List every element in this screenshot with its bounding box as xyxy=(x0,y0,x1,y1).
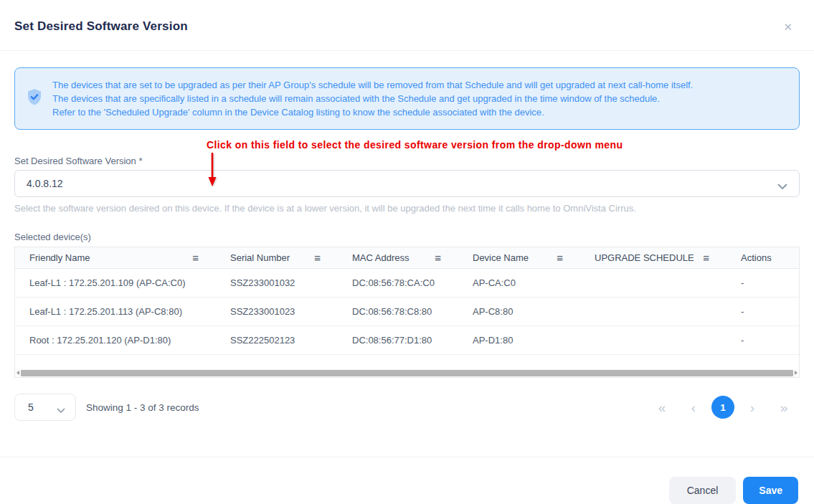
info-banner-text: The devices that are set to be upgraded … xyxy=(52,78,693,119)
table-header-row: Friendly Name ≡ Serial Number ≡ MAC Addr… xyxy=(15,247,799,269)
cell-device-name: AP-C8:80 xyxy=(458,306,580,317)
first-page-icon[interactable]: « xyxy=(646,401,678,414)
current-page-button[interactable]: 1 xyxy=(711,396,734,419)
cell-serial-number: SSZ233001023 xyxy=(216,306,338,317)
column-header-serial-number[interactable]: Serial Number ≡ xyxy=(216,247,338,268)
column-label: UPGRADE SCHEDULE xyxy=(595,252,694,263)
cell-mac-address: DC:08:56:78:CA:C0 xyxy=(338,277,458,288)
shield-check-icon xyxy=(27,88,42,109)
records-summary: Showing 1 - 3 of 3 records xyxy=(86,402,199,413)
pagination-bar: 5 Showing 1 - 3 of 3 records « ‹ 1 › » xyxy=(14,394,800,421)
software-version-select[interactable]: 4.0.8.12 xyxy=(14,170,800,197)
cell-friendly-name: Leaf-L1 : 172.25.201.109 (AP-CA:C0) xyxy=(15,277,216,288)
next-page-icon[interactable]: › xyxy=(737,401,768,414)
cell-friendly-name: Root : 172.25.201.120 (AP-D1:80) xyxy=(15,335,216,346)
modal-header: Set Desired Software Version ✕ xyxy=(0,0,814,51)
column-header-friendly-name[interactable]: Friendly Name ≡ xyxy=(15,247,216,268)
horizontal-scrollbar[interactable] xyxy=(15,369,799,377)
column-header-actions: Actions xyxy=(727,247,799,268)
cell-mac-address: DC:08:56:77:D1:80 xyxy=(338,335,458,346)
chevron-down-icon xyxy=(777,180,787,193)
column-header-device-name[interactable]: Device Name ≡ xyxy=(458,247,580,268)
last-page-icon[interactable]: » xyxy=(768,401,800,414)
info-line-2: The devices that are specifically listed… xyxy=(52,92,693,105)
selected-devices-label: Selected device(s) xyxy=(14,232,800,242)
cell-mac-address: DC:08:56:78:C8:80 xyxy=(338,306,458,317)
column-label: Serial Number xyxy=(230,252,290,263)
set-desired-software-version-modal: Set Desired Software Version ✕ The devic… xyxy=(0,0,814,504)
cell-friendly-name: Leaf-L1 : 172.25.201.113 (AP-C8:80) xyxy=(15,306,216,317)
annotation-arrow-icon xyxy=(207,153,217,189)
column-label: Friendly Name xyxy=(29,252,90,263)
close-icon[interactable]: ✕ xyxy=(783,22,792,32)
pager-controls: « ‹ 1 › » xyxy=(646,396,800,419)
cell-device-name: AP-D1:80 xyxy=(458,335,580,346)
column-label: Actions xyxy=(741,252,772,263)
column-header-upgrade-schedule[interactable]: UPGRADE SCHEDULE ≡ xyxy=(580,247,727,268)
version-field-label: Set Desired Software Version * xyxy=(14,156,800,166)
save-button[interactable]: Save xyxy=(743,477,798,504)
modal-footer: Cancel Save xyxy=(0,457,814,504)
page-size-value: 5 xyxy=(28,401,34,413)
prev-page-icon[interactable]: ‹ xyxy=(678,401,709,414)
column-menu-icon[interactable]: ≡ xyxy=(192,252,199,263)
cell-actions: - xyxy=(727,335,799,346)
table-row: Leaf-L1 : 172.25.201.109 (AP-CA:C0) SSZ2… xyxy=(15,269,799,298)
version-field-section: Click on this field to select the desire… xyxy=(14,139,800,214)
cell-serial-number: SSZ233001032 xyxy=(216,277,338,288)
table-row: Root : 172.25.201.120 (AP-D1:80) SSZ2225… xyxy=(15,326,799,355)
column-menu-icon[interactable]: ≡ xyxy=(314,252,321,263)
cell-actions: - xyxy=(727,277,799,288)
cell-serial-number: SSZ222502123 xyxy=(216,335,338,346)
table-empty-space xyxy=(15,355,799,369)
column-label: Device Name xyxy=(473,252,529,263)
column-menu-icon[interactable]: ≡ xyxy=(435,252,441,263)
annotation-text: Click on this field to select the desire… xyxy=(207,139,800,151)
cancel-button[interactable]: Cancel xyxy=(669,477,737,504)
table-row: Leaf-L1 : 172.25.201.113 (AP-C8:80) SSZ2… xyxy=(15,298,799,326)
scroll-right-icon[interactable] xyxy=(793,369,799,377)
column-menu-icon[interactable]: ≡ xyxy=(703,252,709,263)
modal-title: Set Desired Software Version xyxy=(14,19,800,34)
modal-body: The devices that are set to be upgraded … xyxy=(0,51,814,421)
cell-device-name: AP-CA:C0 xyxy=(458,277,580,288)
column-menu-icon[interactable]: ≡ xyxy=(557,252,563,263)
scrollbar-thumb[interactable] xyxy=(21,370,793,376)
selected-devices-table: Friendly Name ≡ Serial Number ≡ MAC Addr… xyxy=(14,247,800,378)
version-field-helper: Select the software version desired on t… xyxy=(14,203,800,214)
cell-actions: - xyxy=(727,306,799,317)
scroll-left-icon[interactable] xyxy=(15,369,21,377)
software-version-value: 4.0.8.12 xyxy=(27,178,63,189)
info-banner: The devices that are set to be upgraded … xyxy=(14,67,800,130)
chevron-down-icon xyxy=(57,404,65,417)
info-line-3: Refer to the 'Scheduled Upgrade' column … xyxy=(52,105,693,119)
column-header-mac-address[interactable]: MAC Address ≡ xyxy=(338,247,458,268)
info-line-1: The devices that are set to be upgraded … xyxy=(52,78,693,92)
column-label: MAC Address xyxy=(352,252,409,263)
page-size-select[interactable]: 5 xyxy=(14,394,76,421)
